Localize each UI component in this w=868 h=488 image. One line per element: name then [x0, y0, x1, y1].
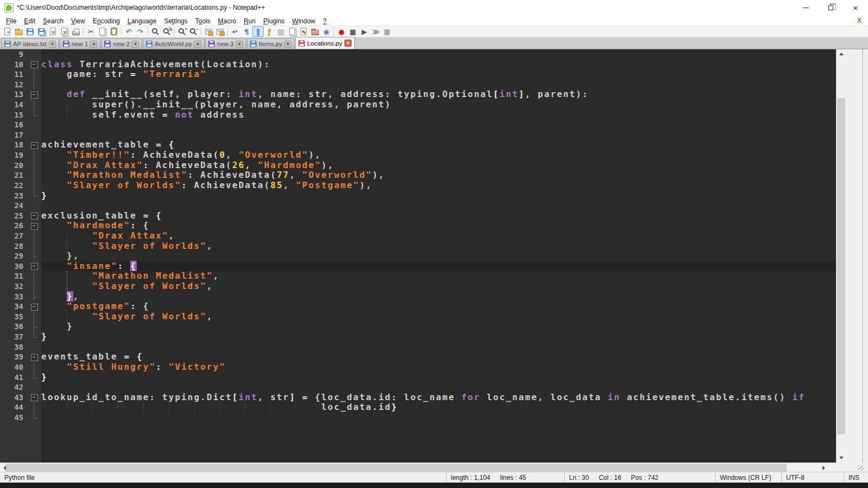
code-text[interactable]: } [41, 322, 836, 332]
show-all-characters-button[interactable]: ¶ [241, 26, 252, 37]
close-all-button[interactable]: ✕ [59, 26, 70, 37]
code-line[interactable]: 22 "Slayer of Worlds": AchieveData(85, "… [0, 181, 836, 191]
code-text[interactable]: achievement_table = { [41, 140, 836, 150]
code-line[interactable]: 31 "Marathon Medalist", [0, 271, 836, 281]
code-text[interactable]: super().__init__(player, name, address, … [41, 100, 836, 110]
code-line[interactable]: 35 "Slayer of Worlds", [0, 312, 836, 322]
macro-save-button[interactable]: ▦ [381, 26, 393, 37]
function-list-button[interactable]: ƒ [264, 26, 275, 37]
tab-ap-ideas-txt[interactable]: AP Ideas.txt✕ [1, 38, 59, 49]
save-all-button[interactable] [36, 26, 47, 37]
tab-new-1[interactable]: new 1✕ [60, 38, 101, 49]
code-line[interactable]: 37} [0, 332, 836, 342]
menu-item-view[interactable]: View [67, 17, 89, 25]
code-text[interactable]: "Marathon Medalist": AchieveData(77, "Ov… [41, 170, 836, 181]
fold-box-marker[interactable] [28, 89, 41, 100]
menu-item-macro[interactable]: Macro [214, 17, 240, 25]
status-encoding[interactable]: UTF-8 [781, 472, 844, 483]
redo-button[interactable]: ↷ [135, 26, 146, 37]
menu-item-window[interactable]: Window [289, 17, 320, 25]
tab-close-icon[interactable]: ✕ [49, 41, 56, 48]
open-file-button[interactable] [13, 26, 24, 37]
tab-close-icon[interactable]: ✕ [132, 41, 139, 48]
code-line[interactable]: 38 [0, 342, 836, 352]
code-text[interactable] [41, 413, 836, 423]
code-line[interactable]: 12 [0, 80, 836, 90]
code-text[interactable]: game: str = "Terraria" [41, 69, 836, 80]
paste-button[interactable] [108, 26, 119, 37]
vertical-scrollbar-thumb[interactable] [837, 98, 845, 434]
undo-button[interactable]: ↶ [123, 26, 135, 37]
code-line[interactable]: 20 "Drax Attax": AchieveData(26, "Hardmo… [0, 160, 836, 171]
code-line[interactable]: 21 "Marathon Medalist": AchieveData(77, … [0, 170, 836, 181]
code-text[interactable]: "Drax Attax": AchieveData(26, "Hardmode"… [41, 160, 836, 171]
tab-items-py[interactable]: Items.py✕ [247, 38, 295, 49]
print-button[interactable] [70, 26, 81, 37]
scroll-up-arrow-icon[interactable] [837, 49, 846, 59]
close-button[interactable]: × [843, 0, 868, 15]
code-line[interactable]: 25exclusion_table = { [0, 211, 836, 221]
fold-box-marker[interactable] [28, 393, 41, 403]
status-eol-format[interactable]: Windows (CR LF) [715, 472, 781, 483]
code-line[interactable]: 18achievement_table = { [0, 140, 836, 150]
code-text[interactable]: "Drax Attax", [41, 231, 836, 241]
scroll-right-arrow-icon[interactable] [819, 463, 828, 472]
code-line[interactable]: 32 "Slayer of Worlds", [0, 281, 836, 292]
tab-new-2[interactable]: new 2✕ [101, 38, 142, 49]
code-text[interactable]: "insane": { [41, 261, 836, 272]
tab-close-icon[interactable]: ✕ [194, 41, 201, 48]
code-text[interactable]: "postgame": { [41, 301, 836, 312]
tab-close-icon[interactable]: ✕ [284, 41, 291, 48]
code-text[interactable]: "Slayer of Worlds", [41, 312, 836, 322]
cut-button[interactable]: ✂ [85, 26, 97, 37]
code-text[interactable]: events_table = { [41, 352, 836, 362]
zoom-out-button[interactable]: − [188, 26, 199, 37]
tab-autoworld-py[interactable]: AutoWorld.py✕ [143, 38, 205, 49]
fold-box-marker[interactable] [28, 60, 41, 70]
menu-item-plugins[interactable]: Plugins [259, 17, 288, 25]
menu-item-edit[interactable]: Edit [20, 17, 39, 25]
code-text[interactable] [41, 49, 836, 60]
code-line[interactable]: 27 "Drax Attax", [0, 231, 836, 241]
copy-button[interactable] [97, 26, 108, 37]
tab-close-icon[interactable]: ✕ [90, 41, 97, 48]
restore-button[interactable] [818, 0, 843, 15]
code-text[interactable]: lookup_id_to_name: typing.Dict[int, str]… [41, 393, 836, 403]
code-text[interactable] [41, 80, 836, 90]
code-line[interactable]: 15 self.event = not address [0, 110, 836, 120]
code-line[interactable]: 13 def __init__(self, player: int, name:… [0, 89, 836, 100]
horizontal-scrollbar[interactable] [0, 463, 836, 472]
save-button[interactable] [24, 26, 36, 37]
code-line[interactable]: 10class TerrariaAchievement(Location): [0, 60, 836, 70]
document-map-button[interactable]: ▧ [275, 26, 286, 37]
fold-box-marker[interactable] [28, 261, 41, 272]
code-text[interactable] [41, 342, 836, 352]
tab-close-icon[interactable]: ✕ [344, 40, 352, 47]
code-text[interactable]: }, [41, 292, 836, 302]
code-line[interactable]: 16 [0, 120, 836, 130]
code-line[interactable]: 29 }, [0, 251, 836, 261]
code-text[interactable] [41, 201, 836, 211]
sync-vertical-scroll-button[interactable] [203, 26, 214, 37]
code-line[interactable]: 24 [0, 201, 836, 211]
code-line[interactable]: 41} [0, 373, 836, 383]
code-line[interactable]: 9 [0, 49, 836, 60]
sync-horizontal-scroll-button[interactable] [214, 26, 226, 37]
macro-run-multiple-button[interactable]: ≫ [370, 26, 381, 37]
code-text[interactable] [41, 130, 836, 140]
code-text[interactable]: self.event = not address [41, 110, 836, 120]
code-line[interactable]: 28 "Slayer of Worlds", [0, 241, 836, 252]
menu-item-encoding[interactable]: Encoding [89, 17, 124, 25]
menu-item-tools[interactable]: Tools [192, 17, 214, 25]
menu-item-run[interactable]: Run [240, 17, 259, 25]
code-line[interactable]: 14 super().__init__(player, name, addres… [0, 100, 836, 110]
show-indent-guide-button[interactable]: ∥ [252, 26, 264, 37]
code-text[interactable]: "Slayer of Worlds", [41, 241, 836, 252]
fold-box-marker[interactable] [28, 211, 41, 221]
minimize-button[interactable] [793, 0, 818, 15]
macro-play-button[interactable]: ▶ [359, 26, 370, 37]
code-text[interactable]: "Timber!!": AchieveData(0, "Overworld"), [41, 150, 836, 160]
code-text[interactable]: } [41, 373, 836, 383]
code-text[interactable]: } [41, 332, 836, 342]
menu-item-language[interactable]: Language [124, 17, 160, 25]
